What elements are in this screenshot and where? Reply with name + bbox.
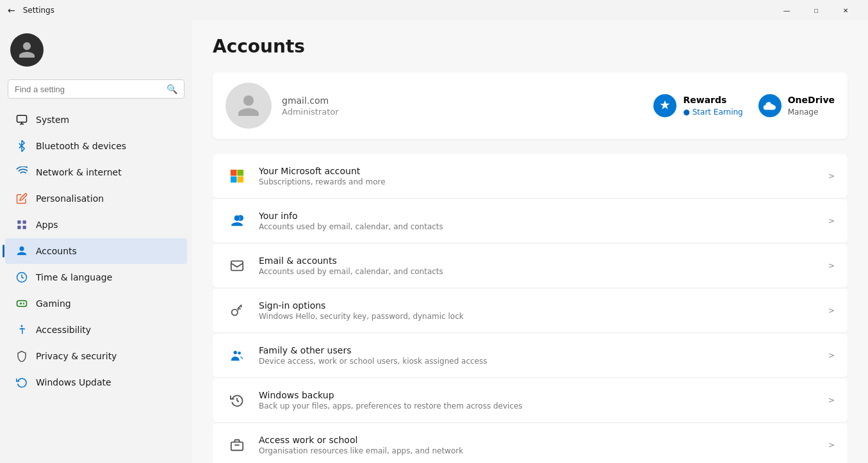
settings-desc-email-accounts: Accounts used by email, calendar, and co… bbox=[259, 267, 828, 276]
content-area: Accounts gmail.com Administrator bbox=[192, 20, 868, 463]
clock-icon bbox=[15, 271, 28, 284]
sidebar-item-privacy[interactable]: Privacy & security bbox=[5, 343, 187, 369]
settings-title-access-work: Access work or school bbox=[259, 435, 828, 445]
svg-rect-1 bbox=[17, 220, 20, 223]
settings-icon-windows-backup bbox=[225, 389, 249, 412]
rewards-icon bbox=[653, 94, 676, 117]
onedrive-subtitle: Manage bbox=[788, 108, 819, 117]
window-title: Settings bbox=[23, 6, 54, 15]
back-icon[interactable]: ← bbox=[8, 5, 15, 15]
avatar bbox=[10, 33, 44, 67]
rewards-title: Rewards bbox=[683, 95, 742, 105]
svg-rect-8 bbox=[231, 170, 237, 176]
maximize-button[interactable]: □ bbox=[801, 0, 831, 20]
nav-list: System Bluetooth & devices Network & int… bbox=[0, 106, 192, 396]
settings-title-windows-backup: Windows backup bbox=[259, 390, 828, 400]
svg-rect-3 bbox=[17, 226, 20, 229]
user-avatar bbox=[225, 83, 272, 129]
settings-title-microsoft-account: Your Microsoft account bbox=[259, 166, 828, 176]
chevron-icon-windows-backup: > bbox=[828, 396, 835, 405]
monitor-icon bbox=[15, 113, 28, 126]
settings-desc-windows-backup: Back up your files, apps, preferences to… bbox=[259, 402, 828, 410]
settings-icon-your-info: i bbox=[225, 209, 249, 232]
nav-label-gaming: Gaming bbox=[36, 298, 71, 309]
settings-icon-family-users bbox=[225, 344, 249, 367]
nav-label-personalisation: Personalisation bbox=[36, 193, 104, 204]
sidebar-item-personalisation[interactable]: Personalisation bbox=[5, 186, 187, 211]
rewards-service[interactable]: Rewards ● Start Earning bbox=[653, 94, 742, 117]
search-input[interactable] bbox=[15, 85, 161, 94]
titlebar-left: ← Settings bbox=[8, 5, 54, 15]
svg-rect-11 bbox=[237, 176, 243, 183]
nav-label-privacy: Privacy & security bbox=[36, 351, 117, 361]
nav-label-update: Windows Update bbox=[36, 377, 111, 387]
wifi-icon bbox=[15, 166, 28, 179]
settings-desc-your-info: Accounts used by email, calendar, and co… bbox=[259, 222, 828, 231]
settings-title-your-info: Your info bbox=[259, 211, 828, 221]
svg-rect-9 bbox=[237, 170, 243, 176]
bluetooth-icon bbox=[15, 140, 28, 152]
settings-item-microsoft-account[interactable]: Your Microsoft account Subscriptions, re… bbox=[213, 154, 848, 198]
rewards-subtitle: ● Start Earning bbox=[683, 108, 742, 117]
settings-item-signin-options[interactable]: Sign-in options Windows Hello, security … bbox=[213, 289, 848, 332]
settings-item-your-info[interactable]: i Your info Accounts used by email, cale… bbox=[213, 199, 848, 243]
settings-title-family-users: Family & other users bbox=[259, 345, 828, 355]
close-button[interactable]: ✕ bbox=[831, 0, 860, 20]
svg-point-7 bbox=[21, 325, 23, 327]
pencil-icon bbox=[15, 192, 28, 205]
sidebar-item-accounts[interactable]: Accounts bbox=[5, 238, 187, 264]
user-card: gmail.com Administrator Rewards ● Start … bbox=[213, 72, 848, 139]
nav-label-network: Network & internet bbox=[36, 167, 122, 177]
svg-rect-18 bbox=[231, 442, 243, 450]
chevron-icon-access-work: > bbox=[828, 441, 835, 450]
settings-item-email-accounts[interactable]: Email & accounts Accounts used by email,… bbox=[213, 244, 848, 288]
onedrive-text: OneDrive Manage bbox=[788, 95, 835, 117]
user-services: Rewards ● Start Earning OneDrive Manage bbox=[653, 94, 835, 117]
search-icon[interactable]: 🔍 bbox=[167, 84, 177, 94]
onedrive-icon bbox=[758, 94, 782, 117]
settings-icon-microsoft-account bbox=[225, 165, 249, 188]
onedrive-title: OneDrive bbox=[788, 95, 835, 105]
settings-item-access-work[interactable]: Access work or school Organisation resou… bbox=[213, 423, 848, 463]
settings-icon-email-accounts bbox=[225, 254, 249, 277]
svg-rect-14 bbox=[231, 261, 243, 271]
settings-item-windows-backup[interactable]: Windows backup Back up your files, apps,… bbox=[213, 378, 848, 422]
svg-point-12 bbox=[238, 215, 243, 221]
svg-point-16 bbox=[234, 351, 238, 355]
sidebar-item-gaming[interactable]: Gaming bbox=[5, 291, 187, 316]
titlebar: ← Settings — □ ✕ bbox=[0, 0, 868, 20]
chevron-icon-microsoft-account: > bbox=[828, 172, 835, 181]
settings-icon-access-work bbox=[225, 434, 249, 457]
update-icon bbox=[15, 376, 28, 389]
sidebar-item-accessibility[interactable]: Accessibility bbox=[5, 317, 187, 343]
sidebar-item-apps[interactable]: Apps bbox=[5, 212, 187, 238]
nav-label-system: System bbox=[36, 115, 69, 125]
minimize-button[interactable]: — bbox=[772, 0, 801, 20]
sidebar-item-time[interactable]: Time & language bbox=[5, 264, 187, 290]
settings-desc-microsoft-account: Subscriptions, rewards and more bbox=[259, 177, 828, 186]
sidebar-item-bluetooth[interactable]: Bluetooth & devices bbox=[5, 133, 187, 159]
gamepad-icon bbox=[15, 297, 28, 310]
search-bar[interactable]: 🔍 bbox=[8, 79, 184, 99]
settings-list: Your Microsoft account Subscriptions, re… bbox=[213, 154, 848, 463]
sidebar-profile[interactable] bbox=[0, 26, 192, 74]
sidebar-item-system[interactable]: System bbox=[5, 107, 187, 133]
user-email: gmail.com bbox=[282, 95, 653, 106]
person-icon bbox=[15, 245, 28, 257]
chevron-icon-email-accounts: > bbox=[828, 261, 835, 270]
shield-icon bbox=[15, 350, 28, 362]
settings-text-microsoft-account: Your Microsoft account Subscriptions, re… bbox=[259, 166, 828, 186]
settings-item-family-users[interactable]: Family & other users Device access, work… bbox=[213, 334, 848, 377]
nav-label-bluetooth: Bluetooth & devices bbox=[36, 141, 126, 151]
sidebar-item-update[interactable]: Windows Update bbox=[5, 370, 187, 395]
sidebar-item-network[interactable]: Network & internet bbox=[5, 159, 187, 185]
settings-desc-signin-options: Windows Hello, security key, password, d… bbox=[259, 312, 828, 321]
sidebar: 🔍 System Bluetooth & devices Network & i… bbox=[0, 20, 192, 463]
settings-title-signin-options: Sign-in options bbox=[259, 300, 828, 311]
settings-text-windows-backup: Windows backup Back up your files, apps,… bbox=[259, 390, 828, 410]
user-role: Administrator bbox=[282, 107, 653, 117]
settings-text-family-users: Family & other users Device access, work… bbox=[259, 345, 828, 366]
onedrive-service[interactable]: OneDrive Manage bbox=[758, 94, 835, 117]
settings-desc-family-users: Device access, work or school users, kio… bbox=[259, 357, 828, 366]
nav-label-time: Time & language bbox=[36, 272, 112, 282]
